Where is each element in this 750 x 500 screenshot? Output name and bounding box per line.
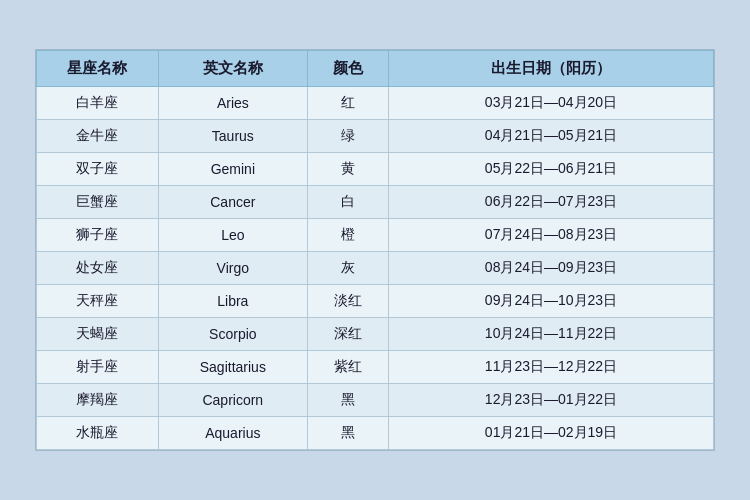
table-row: 白羊座Aries红03月21日—04月20日 — [37, 87, 714, 120]
header-color: 颜色 — [307, 51, 388, 87]
cell-chinese: 天蝎座 — [37, 318, 159, 351]
cell-chinese: 白羊座 — [37, 87, 159, 120]
table-row: 金牛座Taurus绿04月21日—05月21日 — [37, 120, 714, 153]
header-chinese: 星座名称 — [37, 51, 159, 87]
table-row: 天蝎座Scorpio深红10月24日—11月22日 — [37, 318, 714, 351]
table-row: 双子座Gemini黄05月22日—06月21日 — [37, 153, 714, 186]
cell-english: Leo — [158, 219, 307, 252]
cell-chinese: 天秤座 — [37, 285, 159, 318]
header-date: 出生日期（阳历） — [389, 51, 714, 87]
cell-color: 绿 — [307, 120, 388, 153]
cell-english: Capricorn — [158, 384, 307, 417]
table-row: 狮子座Leo橙07月24日—08月23日 — [37, 219, 714, 252]
cell-color: 紫红 — [307, 351, 388, 384]
cell-chinese: 巨蟹座 — [37, 186, 159, 219]
cell-color: 黑 — [307, 417, 388, 450]
cell-chinese: 金牛座 — [37, 120, 159, 153]
cell-date: 11月23日—12月22日 — [389, 351, 714, 384]
cell-color: 橙 — [307, 219, 388, 252]
cell-date: 09月24日—10月23日 — [389, 285, 714, 318]
cell-date: 06月22日—07月23日 — [389, 186, 714, 219]
table-row: 天秤座Libra淡红09月24日—10月23日 — [37, 285, 714, 318]
cell-english: Libra — [158, 285, 307, 318]
cell-english: Scorpio — [158, 318, 307, 351]
table-body: 白羊座Aries红03月21日—04月20日金牛座Taurus绿04月21日—0… — [37, 87, 714, 450]
cell-chinese: 双子座 — [37, 153, 159, 186]
cell-chinese: 摩羯座 — [37, 384, 159, 417]
cell-date: 12月23日—01月22日 — [389, 384, 714, 417]
cell-english: Virgo — [158, 252, 307, 285]
cell-color: 黑 — [307, 384, 388, 417]
cell-date: 03月21日—04月20日 — [389, 87, 714, 120]
cell-date: 01月21日—02月19日 — [389, 417, 714, 450]
cell-date: 10月24日—11月22日 — [389, 318, 714, 351]
cell-date: 08月24日—09月23日 — [389, 252, 714, 285]
cell-color: 红 — [307, 87, 388, 120]
cell-color: 深红 — [307, 318, 388, 351]
table-row: 处女座Virgo灰08月24日—09月23日 — [37, 252, 714, 285]
cell-english: Cancer — [158, 186, 307, 219]
table-row: 射手座Sagittarius紫红11月23日—12月22日 — [37, 351, 714, 384]
cell-color: 白 — [307, 186, 388, 219]
cell-date: 07月24日—08月23日 — [389, 219, 714, 252]
table-header-row: 星座名称 英文名称 颜色 出生日期（阳历） — [37, 51, 714, 87]
cell-color: 灰 — [307, 252, 388, 285]
cell-chinese: 水瓶座 — [37, 417, 159, 450]
cell-english: Aquarius — [158, 417, 307, 450]
cell-english: Taurus — [158, 120, 307, 153]
table-row: 摩羯座Capricorn黑12月23日—01月22日 — [37, 384, 714, 417]
zodiac-table: 星座名称 英文名称 颜色 出生日期（阳历） 白羊座Aries红03月21日—04… — [36, 50, 714, 450]
cell-date: 05月22日—06月21日 — [389, 153, 714, 186]
cell-chinese: 狮子座 — [37, 219, 159, 252]
table-row: 水瓶座Aquarius黑01月21日—02月19日 — [37, 417, 714, 450]
table-row: 巨蟹座Cancer白06月22日—07月23日 — [37, 186, 714, 219]
cell-chinese: 射手座 — [37, 351, 159, 384]
header-english: 英文名称 — [158, 51, 307, 87]
cell-color: 淡红 — [307, 285, 388, 318]
cell-chinese: 处女座 — [37, 252, 159, 285]
cell-color: 黄 — [307, 153, 388, 186]
zodiac-table-container: 星座名称 英文名称 颜色 出生日期（阳历） 白羊座Aries红03月21日—04… — [35, 49, 715, 451]
cell-english: Gemini — [158, 153, 307, 186]
cell-english: Sagittarius — [158, 351, 307, 384]
cell-english: Aries — [158, 87, 307, 120]
cell-date: 04月21日—05月21日 — [389, 120, 714, 153]
